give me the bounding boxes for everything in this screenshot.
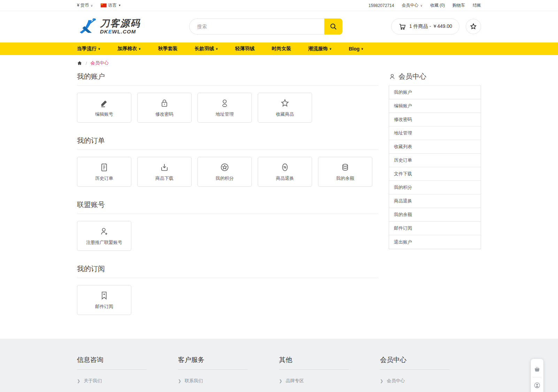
- sidebar-item-password[interactable]: 修改密码: [389, 113, 481, 126]
- breadcrumb: / 会员中心: [0, 55, 558, 68]
- logo-subtitle: DKEWL.COM: [100, 29, 140, 34]
- quick-account-button[interactable]: [531, 379, 543, 391]
- sidebar-item-edit-account[interactable]: 编辑账户: [389, 99, 481, 113]
- card-product-returns[interactable]: 商品退换: [258, 157, 312, 187]
- chevron-right-icon: ❯: [380, 379, 383, 383]
- chevron-right-icon: ❯: [77, 379, 80, 383]
- cart-total-button[interactable]: 1 件商品 - ￥449.00: [391, 18, 459, 34]
- card-register-affiliate[interactable]: 注册推广联盟账号: [77, 221, 131, 251]
- nav-item-4[interactable]: 轻薄羽绒: [235, 46, 255, 52]
- cart-icon: [398, 23, 406, 30]
- chevron-down-icon: ∨: [138, 47, 141, 51]
- cart-summary: 1 件商品 - ￥449.00: [409, 23, 452, 30]
- breadcrumb-current[interactable]: 会员中心: [91, 60, 109, 66]
- footer-link-order-history[interactable]: ❯历史订单: [380, 389, 481, 392]
- logo-title: 刀客源码: [100, 19, 140, 28]
- site-logo[interactable]: 刀客源码 DKEWL.COM: [77, 17, 140, 36]
- site-footer: 信息咨询 ❯关于我们 ❯配送信息 ❯隐私政策 ❯使用条款 客户服务 ❯联系我们 …: [0, 339, 558, 392]
- section-title-orders: 我的订单: [77, 132, 378, 150]
- member-center-menu[interactable]: 会员中心 ∨: [402, 2, 423, 8]
- affiliate-card-row: 注册推广联盟账号: [77, 214, 378, 261]
- nav-item-3[interactable]: 长款羽绒∨: [195, 46, 218, 52]
- wishlist-link[interactable]: 收藏 (0): [430, 2, 445, 8]
- orders-card-row: 历史订单 商品下载 我的积分: [77, 150, 378, 197]
- logo-icon: [77, 17, 97, 36]
- returns-icon: [280, 162, 290, 172]
- footer-link-contact[interactable]: ❯联系我们: [178, 373, 279, 389]
- cart-link[interactable]: 购物车: [452, 2, 465, 8]
- currency-selector[interactable]: ¥ 货币 ∨: [77, 2, 93, 8]
- card-favorite-products[interactable]: 收藏商品: [258, 93, 312, 123]
- divider: [533, 377, 542, 377]
- card-reward-points[interactable]: 我的积分: [197, 157, 252, 187]
- caret-down-icon: ▼: [118, 4, 121, 7]
- language-label: 语言: [108, 2, 117, 8]
- footer-link-delivery[interactable]: ❯配送信息: [77, 389, 178, 392]
- section-title-account: 我的账户: [77, 68, 378, 86]
- checkout-link[interactable]: 结账: [473, 2, 481, 8]
- footer-col-title: 客户服务: [178, 355, 248, 370]
- footer-link-brands[interactable]: ❯品牌专区: [279, 373, 380, 389]
- card-change-password[interactable]: 修改密码: [137, 93, 192, 123]
- nav-item-2[interactable]: 秋季套装: [158, 46, 178, 52]
- search-input[interactable]: [189, 18, 324, 34]
- sidebar-item-order-history[interactable]: 历史订单: [389, 154, 481, 167]
- sidebar-item-wishlist[interactable]: 收藏列表: [389, 140, 481, 154]
- nav-item-6[interactable]: 潮流服饰∨: [308, 46, 332, 52]
- nav-item-0[interactable]: 当季流行∨: [77, 46, 100, 52]
- chevron-right-icon: ❯: [178, 379, 181, 383]
- download-icon: [160, 162, 169, 172]
- member-center-label: 会员中心: [402, 2, 418, 8]
- footer-col-service: 客户服务 ❯联系我们 ❯退换服务 ❯网站地图: [178, 355, 279, 392]
- card-order-history[interactable]: 历史订单: [77, 157, 131, 187]
- person-pin-icon: [220, 98, 230, 108]
- nav-item-5[interactable]: 时尚女装: [272, 46, 291, 52]
- card-newsletter[interactable]: 邮件订阅: [77, 285, 131, 315]
- logo-text: 刀客源码 DKEWL.COM: [100, 19, 140, 34]
- bookmark-plus-icon: [99, 291, 109, 300]
- main-navigation: 当季流行∨ 加厚棉衣∨ 秋季套装 长款羽绒∨ 轻薄羽绒 时尚女装 潮流服饰∨ B…: [0, 43, 558, 55]
- search-button[interactable]: [324, 18, 342, 34]
- section-title-affiliate: 联盟账号: [77, 197, 378, 214]
- card-edit-account[interactable]: 编辑账号: [77, 93, 131, 123]
- footer-link-member-center[interactable]: ❯会员中心: [380, 373, 481, 389]
- chevron-down-icon: ∨: [329, 47, 332, 51]
- sidebar-menu: 我的账户 编辑账户 修改密码 地址管理 收藏列表 历史订单 文件下载 我的积分 …: [389, 86, 481, 249]
- coins-icon: [340, 162, 350, 172]
- account-icon: [534, 382, 541, 389]
- star-icon: [470, 23, 477, 30]
- card-account-balance[interactable]: 我的余额: [318, 157, 372, 187]
- language-selector[interactable]: 语言 ▼: [101, 2, 121, 8]
- footer-link-about[interactable]: ❯关于我们: [77, 373, 178, 389]
- footer-col-extras: 其他 ❯品牌专区 ❯礼品券 ❯联盟会员 ❯特别优惠: [279, 355, 380, 392]
- person-plus-icon: [99, 226, 109, 236]
- nav-item-1[interactable]: 加厚棉衣∨: [117, 46, 141, 52]
- sidebar-item-my-account[interactable]: 我的账户: [389, 86, 481, 99]
- sidebar-item-downloads[interactable]: 文件下载: [389, 167, 481, 181]
- home-icon[interactable]: [77, 61, 82, 66]
- sidebar-item-points[interactable]: 我的积分: [389, 181, 481, 194]
- sidebar-item-returns[interactable]: 商品退换: [389, 194, 481, 208]
- section-title-newsletter: 我的订阅: [77, 261, 378, 278]
- sidebar-item-balance[interactable]: 我的余额: [389, 208, 481, 222]
- footer-link-gift-vouchers[interactable]: ❯礼品券: [279, 389, 380, 392]
- footer-col-account: 会员中心 ❯会员中心 ❯历史订单 ❯收藏列表 ❯订阅咨询: [380, 355, 481, 392]
- footer-col-title: 其他: [279, 355, 349, 370]
- chevron-down-icon: ∨: [91, 4, 93, 7]
- wishlist-button[interactable]: [466, 19, 481, 34]
- card-address-management[interactable]: 地址管理: [197, 93, 252, 123]
- footer-col-information: 信息咨询 ❯关于我们 ❯配送信息 ❯隐私政策 ❯使用条款: [77, 355, 178, 392]
- sidebar-item-newsletter[interactable]: 邮件订阅: [389, 222, 481, 235]
- sidebar-heading: 会员中心: [389, 68, 481, 86]
- member-sidebar: 会员中心 我的账户 编辑账户 修改密码 地址管理 收藏列表 历史订单 文件下载 …: [389, 68, 481, 249]
- nav-item-7[interactable]: Blog∨: [349, 46, 363, 52]
- footer-link-returns-service[interactable]: ❯退换服务: [178, 389, 279, 392]
- card-product-downloads[interactable]: 商品下载: [137, 157, 192, 187]
- quick-cart-button[interactable]: [531, 363, 543, 375]
- sidebar-item-address[interactable]: 地址管理: [389, 126, 481, 140]
- sidebar-item-logout[interactable]: 退出账户: [389, 235, 481, 249]
- footer-col-title: 会员中心: [380, 355, 450, 370]
- pencil-icon: [99, 98, 109, 108]
- top-utility-bar: ¥ 货币 ∨ 语言 ▼ 15982072714 会员中心 ∨ 收藏 (0) 购物…: [0, 0, 558, 11]
- breadcrumb-separator: /: [86, 61, 87, 66]
